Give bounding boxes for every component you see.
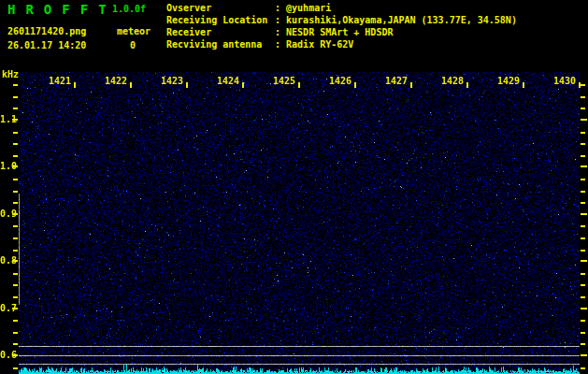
freq-minor-tick	[581, 179, 585, 180]
time-tick-label: 1421	[32, 77, 71, 86]
capture-datetime: 26.01.17 14:20	[7, 40, 86, 50]
time-tick	[298, 82, 300, 88]
freq-minor-tick	[13, 155, 18, 157]
spectrogram-canvas	[19, 72, 580, 374]
freq-major-tick	[12, 308, 18, 309]
freq-minor-tick	[13, 108, 18, 109]
freq-minor-tick	[13, 143, 18, 145]
freq-minor-tick	[13, 367, 18, 369]
freq-minor-tick	[13, 84, 18, 86]
time-tick-label: 1427	[368, 77, 408, 86]
freq-minor-tick	[13, 96, 18, 98]
freq-minor-tick	[581, 284, 585, 286]
freq-major-tick	[581, 354, 587, 356]
info-label: Ovserver	[166, 3, 275, 13]
freq-minor-tick	[13, 343, 18, 345]
freq-minor-tick	[581, 332, 585, 334]
time-tick-label: 1426	[312, 77, 351, 86]
time-tick	[130, 82, 132, 88]
info-row-observer: Ovserver: @yuhmari	[166, 3, 331, 14]
freq-minor-tick	[581, 237, 585, 239]
time-tick	[523, 82, 524, 88]
time-tick-label: 1430	[537, 77, 576, 86]
meteor-counter-value: 0	[130, 40, 136, 50]
app-title: HROFFT	[7, 2, 117, 17]
freq-minor-tick	[581, 132, 585, 134]
info-value: kurashiki,Okayama,JAPAN (133.77E, 34.58N…	[286, 15, 517, 25]
freq-minor-tick	[13, 320, 18, 322]
freq-minor-tick	[581, 202, 585, 204]
freq-minor-tick	[581, 96, 585, 98]
info-separator: :	[275, 39, 280, 50]
time-tick-label: 1424	[200, 77, 239, 86]
freq-major-tick	[12, 213, 18, 215]
info-value: NESDR SMArt + HDSDR	[286, 27, 393, 37]
capture-filename: 2601171420.png	[7, 26, 86, 36]
freq-minor-tick	[581, 343, 585, 345]
time-tick	[466, 82, 468, 88]
freq-minor-tick	[13, 332, 18, 334]
meteor-counter-label: meteor	[117, 26, 151, 36]
info-separator: :	[275, 3, 280, 13]
freq-major-tick	[12, 119, 18, 121]
freq-minor-tick	[13, 273, 18, 275]
info-row-receiver: Receiver: NESDR SMArt + HDSDR	[166, 27, 393, 38]
freq-minor-tick	[13, 191, 18, 193]
freq-minor-tick	[581, 250, 585, 252]
freq-minor-tick	[13, 225, 18, 227]
freq-minor-tick	[581, 84, 585, 86]
freq-axis-unit: kHz	[2, 69, 19, 79]
time-tick	[410, 82, 412, 88]
freq-minor-tick	[581, 320, 585, 322]
info-separator: :	[275, 27, 280, 37]
freq-major-tick	[12, 260, 18, 262]
time-tick	[74, 82, 76, 88]
freq-minor-tick	[581, 143, 585, 145]
freq-minor-tick	[13, 250, 18, 252]
freq-major-tick	[12, 354, 18, 356]
app-version: 1.0.0f	[112, 4, 146, 14]
freq-minor-tick	[581, 191, 585, 193]
freq-minor-tick	[13, 179, 18, 180]
hrofft-window: HROFFT 1.0.0f 2601171420.png meteor 26.0…	[0, 0, 588, 374]
time-tick-label: 1422	[88, 77, 127, 86]
time-tick	[242, 82, 244, 88]
freq-major-tick	[581, 213, 587, 215]
info-label: Recviving antenna	[166, 39, 275, 50]
freq-minor-tick	[581, 225, 585, 227]
freq-minor-tick	[581, 273, 585, 275]
info-value: @yuhmari	[286, 3, 331, 13]
info-value: Radix RY-62V	[286, 39, 353, 50]
freq-minor-tick	[13, 202, 18, 204]
freq-minor-tick	[581, 108, 585, 109]
freq-minor-tick	[581, 155, 585, 157]
info-row-antenna: Recviving antenna: Radix RY-62V	[166, 39, 353, 50]
freq-minor-tick	[581, 367, 585, 369]
freq-major-tick	[581, 308, 587, 309]
time-tick	[186, 82, 188, 88]
info-label: Receiving Location	[166, 15, 275, 25]
freq-minor-tick	[13, 284, 18, 286]
time-tick	[354, 82, 356, 88]
time-tick	[579, 82, 581, 88]
freq-major-tick	[581, 260, 587, 262]
freq-major-tick	[581, 165, 587, 167]
freq-major-tick	[581, 119, 587, 121]
info-label: Receiver	[166, 27, 275, 37]
info-row-location: Receiving Location: kurashiki,Okayama,JA…	[166, 15, 517, 26]
time-tick-label: 1428	[424, 77, 464, 86]
freq-minor-tick	[13, 296, 18, 298]
time-tick-label: 1423	[144, 77, 183, 86]
time-tick-label: 1425	[256, 77, 295, 86]
freq-minor-tick	[13, 132, 18, 134]
info-separator: :	[275, 15, 280, 25]
freq-minor-tick	[581, 296, 585, 298]
freq-minor-tick	[13, 237, 18, 239]
freq-major-tick	[12, 165, 18, 167]
time-tick-label: 1429	[480, 77, 520, 86]
